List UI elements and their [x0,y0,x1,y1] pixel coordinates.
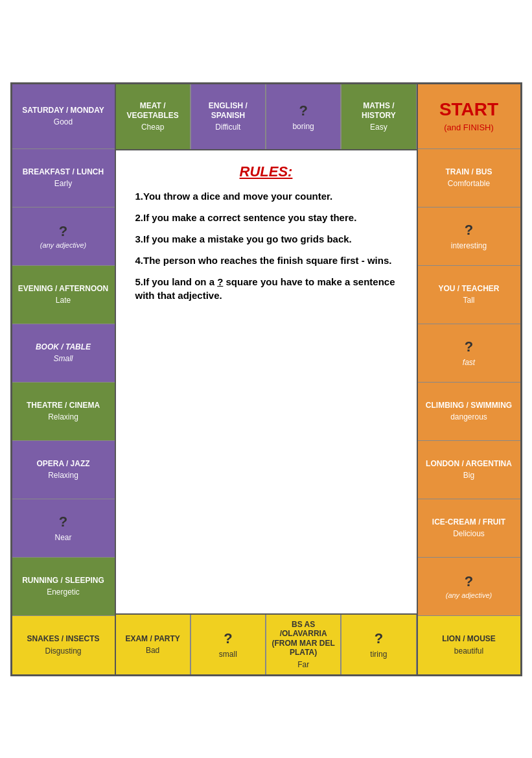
rules-content: RULES: 1.You throw a dice and move your … [135,163,397,310]
cell-topic: RUNNING / SLEEPING [22,576,104,585]
cell-topic: YOU / TEACHER [438,284,499,293]
bottom-cell-4: Bs As /Olavarria (from Mar del Plata) Fa… [266,615,341,674]
cell-topic: BOOK / TABLE [36,342,91,351]
center-column: MEAT / VEGETABLES Cheap ENGLISH / SPANIS… [116,84,417,674]
rule-3: 3.If you make a mistake you go two grids… [135,232,397,246]
cell-adjective: (any adjective) [40,241,87,249]
cell-adjective: interesting [451,241,487,250]
cell-topic: TRAIN / BUS [446,167,492,176]
top-cell-4: ? boring [266,84,341,149]
bottom-right-cell: LION / MOUSE beautiful [418,616,520,674]
cell-topic: Bs As /Olavarria (from Mar del Plata) [270,620,336,657]
cell-topic: MEAT / VEGETABLES [120,101,186,120]
cell-adjective: Far [297,660,309,669]
question-mark: ? [299,102,307,119]
bottom-cell-3: ? small [191,615,266,674]
question-mark: ? [59,514,67,530]
cell-topic: MATHS / HISTORY [345,101,411,120]
cell-adjective: Bad [146,646,159,655]
cell-adjective: Energetic [47,587,80,597]
cell-topic: LION / MOUSE [442,634,496,643]
cell-topic: BREAKFAST / LUNCH [23,167,104,176]
left-cell-7: ? Near [12,499,115,558]
rule-4: 4.The person who reaches the finish squa… [135,254,397,267]
question-mark: ? [224,630,232,647]
cell-topic: THEATRE / CINEMA [27,401,100,410]
bottom-row: EXAM / PARTY Bad ? small Bs As /Olavarri… [116,613,417,674]
cell-topic: ENGLISH / SPANISH [195,101,261,120]
game-board: SATURDAY / MONDAY Good BREAKFAST / LUNCH… [10,82,522,676]
question-mark: ? [465,338,473,355]
cell-topic: LONDON / ARGENTINA [426,459,512,468]
top-cell-3: ENGLISH / SPANISH Difficult [191,84,266,149]
bottom-left-cell: SNAKES / INSECTS Disgusting [12,616,115,674]
top-row: MEAT / VEGETABLES Cheap ENGLISH / SPANIS… [116,84,417,150]
top-cell-2: MEAT / VEGETABLES Cheap [116,84,191,149]
left-cell-8: RUNNING / SLEEPING Energetic [12,558,115,616]
cell-adjective: Difficult [215,123,240,132]
question-mark: ? [465,222,473,239]
rule-5: 5.If you land on a ? square you have to … [135,275,397,302]
rule-1: 1.You throw a dice and move your counter… [135,189,397,203]
rule-2: 2.If you make a correct sentence you sta… [135,211,397,224]
cell-adjective: Big [463,471,474,480]
cell-adjective: dangerous [450,412,487,421]
left-cell-3: EVENING / AFTERNOON Late [12,266,115,324]
right-cell-8: ? (any adjective) [418,558,520,616]
question-mark: ? [375,630,383,647]
left-cell-2: ? (any adjective) [12,207,115,266]
cell-adjective: Tall [463,296,474,305]
cell-adjective: Near [54,533,71,542]
start-title: START [439,100,498,120]
start-cell: START (and FINISH) [418,84,520,149]
cell-adjective: fast [463,358,475,367]
bottom-cell-2: EXAM / PARTY Bad [116,615,191,674]
bottom-cell-5: ? tiring [341,615,416,674]
cell-adjective: Delicious [453,529,485,538]
question-mark: ? [465,573,473,590]
left-cell-1: BREAKFAST / LUNCH Early [12,149,115,207]
right-cell-2: ? interesting [418,207,520,266]
cell-topic: EVENING / AFTERNOON [18,284,109,293]
top-cell-5: MATHS / HISTORY Easy [341,84,416,149]
cell-topic: EXAM / PARTY [125,634,179,643]
cell-adjective: boring [292,122,314,131]
cell-adjective: Early [54,179,72,188]
cell-adjective: Comfortable [448,179,490,188]
cell-topic: CLIMBING / SWIMMING [426,401,512,410]
left-cell-6: OPERA / JAZZ Relaxing [12,441,115,499]
right-cell-5: CLIMBING / SWIMMING dangerous [418,383,520,441]
right-cell-3: YOU / TEACHER Tall [418,266,520,324]
cell-adjective: Small [53,354,73,363]
left-cell-5: THEATRE / CINEMA Relaxing [12,383,115,441]
right-cell-7: ICE-CREAM / FRUIT Delicious [418,499,520,558]
cell-adjective: Disgusting [45,646,81,656]
cell-adjective: beautiful [454,646,483,656]
cell-topic: OPERA / JAZZ [36,459,89,468]
cell-adjective: (any adjective) [446,591,492,599]
left-column: SATURDAY / MONDAY Good BREAKFAST / LUNCH… [12,84,116,674]
start-subtitle: (and FINISH) [444,123,494,132]
cell-adjective: Relaxing [48,471,78,480]
cell-adjective: Cheap [141,123,164,132]
cell-adjective: Relaxing [48,412,78,421]
right-cell-4: ? fast [418,324,520,383]
left-cell-4: BOOK / TABLE Small [12,324,115,383]
rules-area: RULES: 1.You throw a dice and move your … [116,150,417,613]
question-mark: ? [59,223,67,240]
cell-adjective: Good [54,117,73,126]
right-cell-1: TRAIN / BUS Comfortable [418,149,520,207]
right-column: START (and FINISH) TRAIN / BUS Comfortab… [417,84,520,674]
top-left-cell: SATURDAY / MONDAY Good [12,84,115,149]
rules-title: RULES: [135,163,397,180]
right-cell-6: LONDON / ARGENTINA Big [418,441,520,499]
cell-topic: SATURDAY / MONDAY [22,106,104,115]
cell-topic: ICE-CREAM / FRUIT [432,517,505,527]
cell-adjective: Late [56,296,71,305]
cell-topic: SNAKES / INSECTS [27,634,99,643]
cell-adjective: tiring [370,650,387,659]
cell-adjective: Easy [370,123,387,132]
cell-adjective: small [219,650,237,659]
